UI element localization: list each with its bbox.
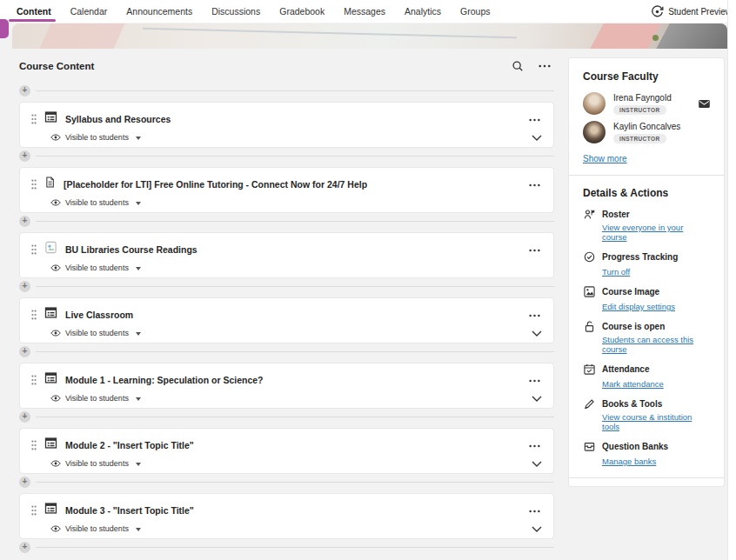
item-menu-icon[interactable] [529,240,540,256]
content-item-title[interactable]: Live Classroom [65,310,133,320]
item-menu-icon[interactable] [529,370,540,386]
visibility-eye-icon [50,525,61,532]
content-item-card[interactable]: Module 2 - "Insert Topic Title" Visible … [19,428,554,474]
detail-link[interactable]: Edit display settings [602,302,675,311]
add-content-plus-icon[interactable]: + [19,85,30,97]
nav-tab-gradebook[interactable]: Gradebook [279,6,325,17]
nav-tab-discussions[interactable]: Discussions [211,6,260,17]
content-item-title[interactable]: BU Libraries Course Readings [65,244,197,255]
add-content-divider[interactable]: + [19,477,554,488]
detail-link[interactable]: Students can access this course [602,335,710,354]
content-list: + Syllabus and Resources Visible to stud… [19,83,554,558]
message-envelope-icon[interactable] [699,100,710,108]
content-item-card[interactable]: Syllabus and Resources Visible to studen… [19,102,554,148]
search-icon[interactable] [512,60,524,72]
detail-action-item: Course is open Students can access this … [583,321,710,356]
content-item-title[interactable]: Module 2 - "Insert Topic Title" [65,440,194,450]
expand-chevron-icon[interactable] [532,324,542,340]
add-content-divider[interactable]: + [19,411,554,423]
add-content-plus-icon[interactable]: + [19,216,30,227]
folder-icon [44,437,57,453]
detail-link[interactable]: View everyone in your course [602,223,710,242]
add-content-divider[interactable]: + [19,150,554,162]
add-content-divider[interactable]: + [19,281,554,292]
content-item-card[interactable]: Module 3 - "Insert Topic Title" Visible … [19,493,554,539]
visibility-dropdown[interactable]: Visible to students [50,524,553,533]
content-item-card[interactable]: BU Libraries Course Readings Visible to … [19,232,554,278]
visibility-dropdown[interactable]: Visible to students [50,329,553,337]
roster-icon [583,209,595,220]
panel-divider [569,175,724,176]
side-panel-tab[interactable] [0,19,9,38]
content-item-title[interactable]: Syllabus and Resources [65,114,171,124]
progress-tracking-icon [583,251,595,263]
add-content-plus-icon[interactable]: + [19,346,30,357]
show-more-link[interactable]: Show more [583,154,627,163]
content-item-card[interactable]: Module 1 - Learning: Speculation or Scie… [19,363,554,409]
course-banner-image [12,23,727,49]
add-content-divider[interactable]: + [19,216,554,227]
drag-handle-icon[interactable] [31,505,37,516]
visibility-eye-icon [50,330,61,337]
drag-handle-icon[interactable] [31,114,37,124]
detail-link[interactable]: View course & institution tools [602,412,710,431]
add-content-plus-icon[interactable]: + [19,281,30,292]
question-banks-icon [583,441,595,452]
detail-action-item: Progress Tracking Turn off [583,251,710,278]
visibility-dropdown[interactable]: Visible to students [50,459,553,468]
nav-tab-content[interactable]: Content [17,6,51,17]
expand-chevron-icon[interactable] [532,390,542,405]
nav-tab-announcements[interactable]: Announcements [126,6,192,17]
content-item-title[interactable]: Module 1 - Learning: Speculation or Scie… [65,375,264,385]
visibility-dropdown[interactable]: Visible to students [50,133,553,142]
item-menu-icon[interactable] [529,110,540,125]
drag-handle-icon[interactable] [31,375,37,385]
content-item-title[interactable]: [Placeholder for LTI] Free Online Tutori… [64,179,367,190]
drag-handle-icon[interactable] [31,244,37,255]
item-menu-icon[interactable] [529,501,540,517]
content-item-title[interactable]: Module 3 - "Insert Topic Title" [65,505,194,516]
expand-chevron-icon[interactable] [532,520,542,536]
books-tools-icon [583,398,595,410]
visibility-eye-icon [50,134,61,141]
nav-tab-calendar[interactable]: Calendar [70,6,108,17]
scrollbar-track[interactable] [727,0,736,560]
visibility-dropdown[interactable]: Visible to students [50,394,553,403]
drag-handle-icon[interactable] [31,179,37,190]
drag-handle-icon[interactable] [31,440,37,450]
add-content-divider[interactable]: + [19,346,554,357]
divider-line [36,221,554,222]
add-content-plus-icon[interactable]: + [19,411,30,423]
detail-label: Attendance [602,364,649,374]
drag-handle-icon[interactable] [31,310,37,320]
expand-chevron-icon[interactable] [532,129,542,144]
add-content-divider[interactable]: + [19,85,554,97]
detail-link[interactable]: Turn off [602,267,630,277]
add-content-plus-icon[interactable]: + [19,150,30,162]
detail-link[interactable]: Mark attendance [602,379,664,389]
nav-tab-groups[interactable]: Groups [460,6,490,17]
expand-chevron-icon[interactable] [532,455,542,470]
item-menu-icon[interactable] [529,175,540,190]
item-menu-icon[interactable] [529,305,540,321]
visibility-dropdown[interactable]: Visible to students [50,198,553,207]
divider-line [36,351,554,352]
student-preview-icon [651,5,664,18]
content-item-card[interactable]: [Placeholder for LTI] Free Online Tutori… [19,167,554,213]
course-content-menu-icon[interactable] [539,64,551,68]
lti-icon [44,241,57,257]
add-content-plus-icon[interactable]: + [19,542,30,553]
detail-link[interactable]: Manage banks [602,457,656,466]
visibility-dropdown[interactable]: Visible to students [50,263,553,272]
detail-label: Course Image [602,287,659,297]
faculty-member-row: Irena Fayngold INSTRUCTOR [583,92,710,115]
item-menu-icon[interactable] [529,436,540,451]
content-item-card[interactable]: Live Classroom Visible to students [19,297,554,343]
add-content-plus-icon[interactable]: + [19,477,30,488]
add-content-divider[interactable]: + [19,542,554,553]
nav-tab-analytics[interactable]: Analytics [405,6,441,17]
faculty-role-badge: INSTRUCTOR [613,105,666,115]
nav-tab-messages[interactable]: Messages [344,6,385,17]
course-image-icon [583,286,595,297]
student-preview-button[interactable]: Student Preview [651,5,736,18]
